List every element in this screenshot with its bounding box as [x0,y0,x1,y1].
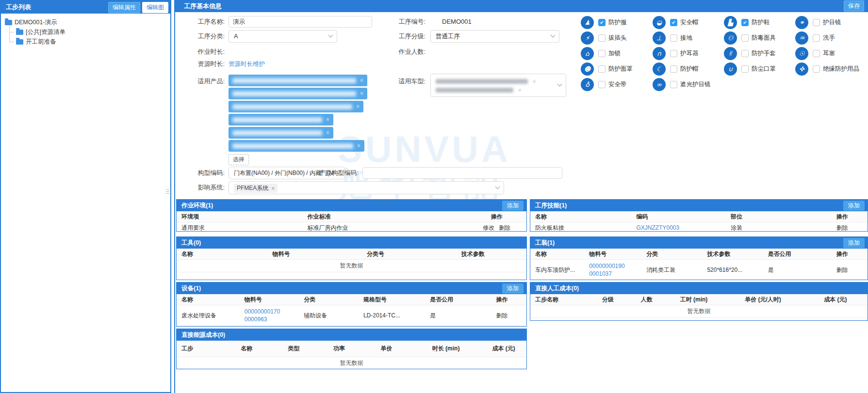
skill-code-link[interactable]: GXJNZZTY0003 [637,224,721,232]
ppe-checkbox-防护鞋[interactable] [741,19,749,26]
resource-duration-link[interactable]: 资源时长维护 [229,58,265,70]
close-icon[interactable]: × [326,129,329,136]
add-fixture-button[interactable]: 添加 [843,238,865,248]
ppe-label: 防护鞋 [752,18,770,27]
tree-node-label: DEMO001-演示 [15,18,57,27]
ppe-checkbox-接地[interactable] [670,34,677,42]
select-products-button[interactable]: 选择 [229,154,249,165]
product-config-code-input[interactable] [362,167,562,179]
product-tag-redacted[interactable]: × [229,75,367,86]
ppe-checkbox-防护服[interactable] [598,19,606,26]
product-tag-redacted[interactable]: × [229,101,363,112]
material-no-link[interactable]: 0001037 [589,270,637,278]
close-icon[interactable]: × [360,77,363,84]
workstep-tree: DEMO001-演示 [公共]资源清单 开工前准备 [1,14,170,47]
ppe-label: 安全帽 [680,18,699,27]
applicable-products-label: 适用产品: [175,76,225,87]
ppe-checkbox-安全帽[interactable] [670,19,677,26]
ppe-checkbox-护目镜[interactable] [813,19,820,26]
tree-node-root[interactable]: DEMO001-演示 [5,17,167,27]
splitter-grip[interactable] [166,188,169,195]
panel-title: 工装(1) [535,239,843,247]
process-grade-label: 工序分级: [389,31,426,42]
product-tag-redacted[interactable]: × [229,140,364,152]
ppe-checkbox-安全带[interactable] [598,81,606,88]
close-icon[interactable]: × [326,116,329,123]
table-header: 名称 物料号 分类号 技术参数 [177,249,526,260]
ppe-checkbox-绝缘防护用品[interactable] [813,65,820,73]
product-config-code-label: 产品构型编码: [307,167,359,179]
table-header: 工步 名称 类型 功率 单价 时长 (min) 成本 (元) [177,341,526,357]
chevron-down-icon [557,82,562,87]
process-basic-info-panel: 工序基本信息 保存 SUNVUA 旭华智能 工序名称: 工序编号: DEMO00… [174,0,868,393]
edit-action[interactable]: 修改 [483,224,494,231]
ppe-checkbox-防毒面具[interactable] [741,34,749,42]
ppe-label: 护目镜 [823,18,841,27]
edit-diagram-button[interactable]: 编辑图 [142,2,168,13]
tree-node-pre-work[interactable]: 开工前准备 [9,37,167,47]
delete-action[interactable]: 删除 [499,224,510,231]
dust-mask-icon: ∪ [724,63,737,76]
ppe-checkbox-拔插头[interactable] [598,34,606,42]
applicable-vehicle-select[interactable]: × × [430,74,566,97]
protective-clothing-icon: ♟ [581,16,594,29]
edit-attributes-button[interactable]: 编辑属性 [108,2,140,13]
delete-action[interactable]: 删除 [836,224,848,231]
workstep-panel-title: 工步列表 [6,3,108,12]
panel-tools: 工具(0) 名称 物料号 分类号 技术参数 暂无数据 [176,236,527,280]
table-header: 环境项 作业标准 操作 [177,211,526,222]
chevron-down-icon [551,33,556,38]
workstep-panel-header: 工步列表 编辑属性 编辑图 [1,1,170,14]
panel-title: 工序技能(1) [535,202,843,210]
ppe-checkbox-遮光护目镜[interactable] [670,81,677,88]
folder-icon [16,39,23,45]
panel-title: 工具(0) [181,239,524,247]
delete-action[interactable]: 删除 [496,312,508,319]
ppe-checkbox-防护帽[interactable] [670,65,677,73]
process-grade-select[interactable]: 普通工序 [430,30,559,43]
work-people-label: 作业人数: [389,46,426,58]
ppe-checkbox-加锁[interactable] [598,50,606,57]
close-icon[interactable]: × [271,185,275,192]
ppe-checkbox-护耳器[interactable] [670,50,677,57]
close-icon[interactable]: × [360,90,363,97]
ppe-checkbox-防护手套[interactable] [741,50,749,57]
table-row: 通用要求 标准厂房内作业 修改 删除 [177,222,526,232]
delete-action[interactable]: 删除 [836,267,848,273]
empty-placeholder: 暂无数据 [177,357,526,369]
product-tag-redacted[interactable]: × [229,114,333,126]
table-header: 名称 物料号 分类 规格型号 是否公用 操作 [177,294,526,305]
redacted-text [436,88,513,93]
process-name-label: 工序名称: [175,16,225,28]
ppe-checkbox-防尘口罩[interactable] [741,65,749,73]
process-name-input[interactable] [229,16,372,28]
table-row: 防火板粘接 GXJNZZTY0003 涂装 删除 [530,222,868,232]
ear-plugs-icon: ☉ [795,47,808,60]
ppe-checkbox-耳塞[interactable] [813,50,820,57]
panel-process-skills: 工序技能(1) 添加 名称 编码 部位 操作 防火板粘接 GXJNZZTY000… [530,199,868,232]
material-no-link[interactable]: 00000000190 [589,262,637,270]
safety-harness-icon: ♁ [581,78,594,91]
ppe-checkbox-洗手[interactable] [813,34,820,42]
close-icon[interactable]: × [356,103,360,110]
add-work-env-button[interactable]: 添加 [502,201,524,211]
close-icon[interactable]: × [357,142,360,149]
impact-system-select[interactable]: PFMEA系统 × [229,181,504,194]
ppe-checkbox-防护面罩[interactable] [598,65,606,73]
page-title: 工序基本信息 [184,2,844,11]
impact-system-label: 影响系统: [175,182,225,193]
product-tag-redacted[interactable]: × [229,127,333,139]
ppe-label: 防护面罩 [608,65,633,73]
ppe-label: 防尘口罩 [752,65,776,73]
add-equipment-button[interactable]: 添加 [502,283,524,294]
process-category-select[interactable]: A [229,30,337,43]
save-button[interactable]: 保存 [844,0,864,12]
folder-icon [16,30,23,35]
unplug-icon: ⚡ [581,31,594,45]
material-no-link[interactable]: 0000963 [245,315,295,323]
ear-muffs-icon: ∩ [653,47,666,60]
add-skill-button[interactable]: 添加 [843,201,865,211]
product-tag-redacted[interactable]: × [229,88,367,99]
tree-node-resource-list[interactable]: [公共]资源清单 [9,27,167,37]
material-no-link[interactable]: 00000000170 [245,308,295,315]
